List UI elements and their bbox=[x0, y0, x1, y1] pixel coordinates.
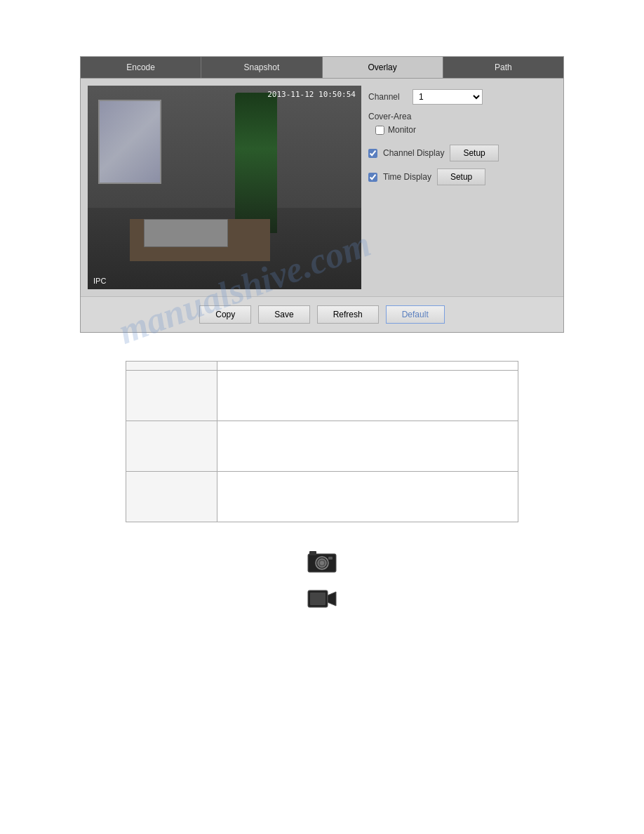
svg-rect-5 bbox=[328, 557, 333, 560]
time-display-label: Time Display bbox=[383, 172, 431, 182]
controls-panel: Channel 1 2 Cover-Area Monitor bbox=[368, 86, 556, 289]
table-cell-key-1 bbox=[126, 371, 217, 421]
camera-label: IPC bbox=[93, 277, 106, 285]
table-cell-key-3 bbox=[126, 472, 217, 522]
camera-timestamp: 2013-11-12 10:50:54 bbox=[267, 90, 356, 99]
svg-rect-1 bbox=[309, 551, 316, 555]
refresh-button[interactable]: Refresh bbox=[317, 305, 379, 324]
table-col2-header bbox=[217, 362, 518, 371]
table-row bbox=[126, 472, 518, 522]
button-bar: Copy Save Refresh Default bbox=[81, 296, 563, 332]
copy-button[interactable]: Copy bbox=[199, 305, 251, 324]
svg-marker-7 bbox=[328, 592, 336, 606]
camera-panel: Encode Snapshot Overlay Path bbox=[80, 56, 564, 333]
snapshot-icon-box: Snapshot icon bbox=[307, 550, 337, 574]
video-icon: Video icon bbox=[307, 588, 337, 609]
icon-section: Snapshot icon Video icon bbox=[217, 550, 427, 609]
channel-select[interactable]: 1 2 bbox=[412, 89, 483, 105]
tab-overlay[interactable]: Overlay bbox=[323, 57, 443, 78]
channel-display-setup-button[interactable]: Setup bbox=[450, 145, 498, 161]
cover-area-label: Cover-Area bbox=[368, 112, 556, 121]
tab-bar: Encode Snapshot Overlay Path bbox=[81, 57, 563, 79]
tab-path[interactable]: Path bbox=[443, 57, 563, 78]
monitor-label: Monitor bbox=[388, 125, 416, 135]
table-cell-val-1 bbox=[217, 371, 518, 421]
channel-display-label: Channel Display bbox=[383, 148, 444, 158]
table-col1-header bbox=[126, 362, 217, 371]
camera-preview: 2013-11-12 10:50:54 IPC bbox=[88, 86, 361, 289]
video-icon-box: Video icon bbox=[307, 588, 337, 609]
snapshot-icon: Snapshot icon bbox=[307, 550, 337, 574]
info-table-section bbox=[126, 361, 518, 522]
table-row bbox=[126, 421, 518, 472]
tab-snapshot[interactable]: Snapshot bbox=[201, 57, 322, 78]
time-display-setup-button[interactable]: Setup bbox=[437, 168, 485, 185]
table-cell-key-2 bbox=[126, 421, 217, 472]
tab-encode[interactable]: Encode bbox=[81, 57, 201, 78]
svg-rect-8 bbox=[310, 593, 326, 605]
save-button[interactable]: Save bbox=[258, 305, 309, 324]
svg-point-4 bbox=[320, 561, 324, 565]
channel-label: Channel bbox=[368, 92, 407, 102]
default-button[interactable]: Default bbox=[386, 305, 445, 324]
channel-display-checkbox[interactable] bbox=[368, 149, 377, 158]
info-table bbox=[126, 361, 518, 522]
monitor-checkbox[interactable] bbox=[375, 126, 384, 135]
table-row bbox=[126, 371, 518, 421]
table-cell-val-3 bbox=[217, 472, 518, 522]
table-cell-val-2 bbox=[217, 421, 518, 472]
time-display-checkbox[interactable] bbox=[368, 173, 377, 182]
